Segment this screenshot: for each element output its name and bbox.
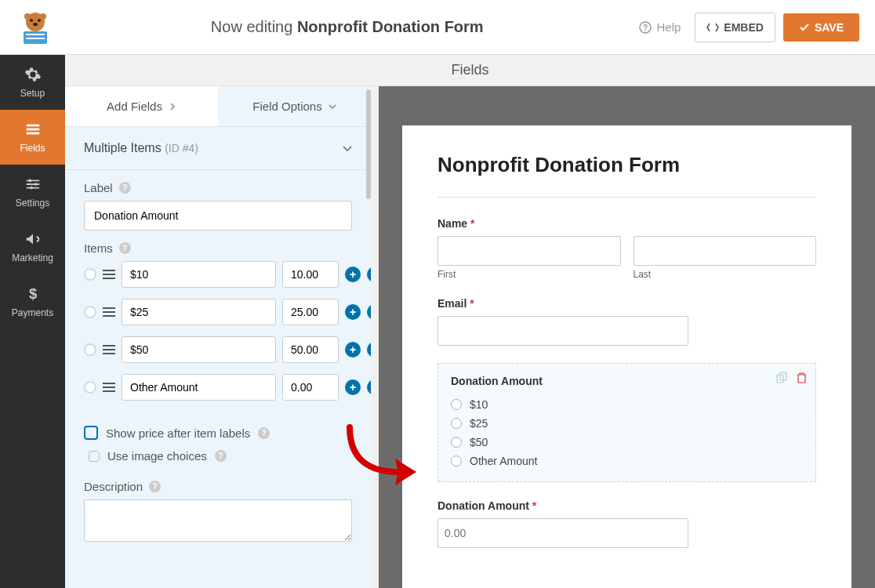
save-button[interactable]: SAVE [783,13,859,42]
svg-text:$: $ [28,285,36,302]
item-label-input[interactable] [122,261,276,288]
show-price-checkbox[interactable] [84,426,98,440]
show-price-label: Show price after item labels [106,426,250,440]
tab-field-options[interactable]: Field Options [218,86,371,126]
editing-prefix: Now editing [211,18,293,35]
sidebar-item-payments[interactable]: $ Payments [0,274,65,329]
sidebar-item-marketing[interactable]: Marketing [0,220,65,274]
use-image-checkbox[interactable] [89,451,100,462]
radio-option[interactable]: Other Amount [451,452,803,470]
item-label-input[interactable] [122,374,276,401]
svg-rect-11 [26,125,39,127]
required-mark: * [467,297,474,310]
item-label-input[interactable] [122,299,276,325]
form-title[interactable]: Nonprofit Donation Form [438,153,816,177]
sidebar-label: Setup [20,88,45,99]
description-group: Description ? [65,469,371,555]
panel-scroll[interactable]: Multiple Items (ID #4) Label ? Items [65,127,371,588]
amount-input[interactable] [438,518,688,548]
donation-amount-block[interactable]: Donation Amount $10 $25 $50 Other Amount [438,363,816,482]
fields-header: Fields [65,55,875,86]
item-price-input[interactable] [282,336,339,363]
svg-point-5 [40,13,46,20]
trash-icon[interactable] [796,372,808,383]
sidebar-item-setup[interactable]: Setup [0,55,65,110]
item-price-input[interactable] [282,261,339,288]
tab-add-fields[interactable]: Add Fields [65,86,218,126]
radio-option[interactable]: $25 [451,414,803,433]
drag-handle-icon[interactable] [103,307,115,317]
item-default-radio[interactable] [84,343,96,356]
remove-item-button[interactable] [367,342,371,358]
radio-label: Other Amount [470,455,537,467]
radio-option[interactable]: $50 [451,433,803,452]
bullhorn-icon [24,230,42,248]
chevron-right-icon [169,103,176,111]
items-label: Items ? [84,241,352,255]
label-input[interactable] [84,201,352,230]
preview-canvas[interactable]: Nonprofit Donation Form Name * First Las… [379,86,875,588]
help-icon[interactable]: ? [119,182,131,194]
required-mark: * [467,217,474,230]
item-default-radio[interactable] [84,268,96,281]
svg-rect-12 [26,129,39,131]
drag-handle-icon[interactable] [103,383,115,392]
item-default-radio[interactable] [84,306,96,318]
save-label: SAVE [815,21,844,34]
email-field[interactable]: Email * [438,297,816,346]
remove-item-button[interactable] [367,304,371,320]
item-label-input[interactable] [122,336,276,363]
remove-item-button[interactable] [367,267,371,282]
drag-handle-icon[interactable] [103,345,115,354]
radio-icon [451,418,462,429]
sliders-icon [24,176,42,193]
svg-point-3 [33,23,38,26]
item-price-input[interactable] [282,374,339,401]
help-label: Help [656,20,681,34]
required-mark: * [529,499,536,512]
embed-label: EMBED [724,21,764,34]
add-item-button[interactable]: + [345,267,361,282]
label-group: Label ? [65,170,371,241]
sidebar-item-settings[interactable]: Settings [0,165,65,220]
list-icon [24,121,42,138]
donation-amount-field[interactable]: Donation Amount * [438,499,816,548]
add-item-button[interactable]: + [345,342,361,358]
amount-label: Donation Amount * [438,499,816,512]
help-icon[interactable]: ? [149,481,161,492]
top-header: Now editing Nonprofit Donation Form ? He… [0,0,875,55]
use-image-row: Use image choices ? [65,446,371,469]
svg-point-2 [38,19,41,22]
embed-button[interactable]: EMBED [695,13,775,42]
name-field[interactable]: Name * First Last [438,217,816,280]
last-name-input[interactable] [634,236,817,266]
help-link[interactable]: ? Help [639,20,681,34]
drag-handle-icon[interactable] [103,270,115,279]
radio-option[interactable]: $10 [451,395,803,414]
form-name[interactable]: Nonprofit Donation Form [297,18,484,35]
item-default-radio[interactable] [84,381,96,394]
use-image-label: Use image choices [107,449,207,463]
sidebar-item-fields[interactable]: Fields [0,110,65,165]
description-label: Description ? [84,480,352,493]
add-item-button[interactable]: + [345,304,361,320]
first-name-input[interactable] [438,236,621,266]
help-icon[interactable]: ? [258,427,270,439]
sidebar-label: Marketing [12,252,53,263]
duplicate-icon[interactable] [776,372,788,383]
help-icon[interactable]: ? [215,450,227,462]
description-input[interactable] [84,499,352,542]
add-item-button[interactable]: + [345,379,361,395]
section-id: (ID #4) [165,142,198,154]
show-price-row: Show price after item labels ? [65,423,371,446]
item-row: + [84,336,352,363]
gear-icon [24,66,42,83]
svg-rect-13 [26,132,39,135]
section-header[interactable]: Multiple Items (ID #4) [65,127,371,170]
help-icon[interactable]: ? [119,242,131,254]
chevron-down-icon [343,143,352,153]
email-input[interactable] [438,316,688,346]
item-price-input[interactable] [282,299,339,325]
svg-point-14 [28,180,31,183]
remove-item-button[interactable] [367,379,371,395]
